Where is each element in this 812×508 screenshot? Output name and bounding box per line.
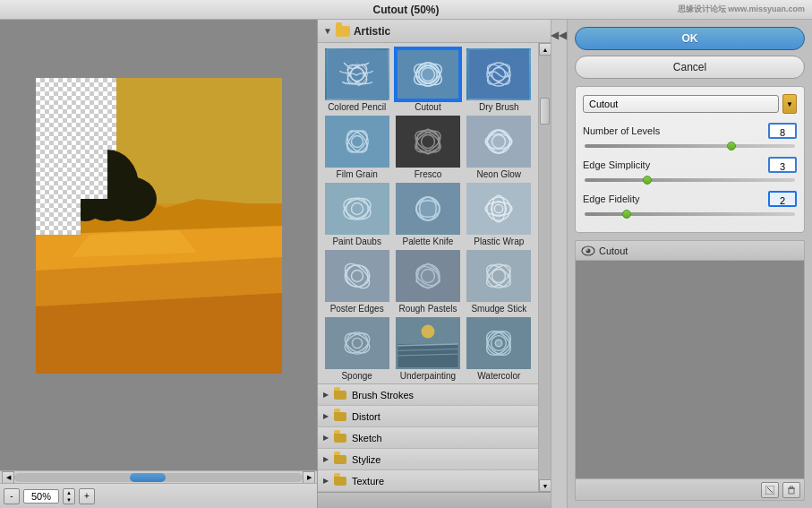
svg-rect-66 xyxy=(327,252,387,300)
tri-icon-texture: ▶ xyxy=(323,477,329,485)
add-icon xyxy=(765,486,774,495)
filter-item-watercolor[interactable]: Watercolor xyxy=(466,317,533,381)
category-row-stylize[interactable]: ▶ Stylize xyxy=(318,449,538,470)
slider-row-edge-simplicity[interactable] xyxy=(583,178,797,182)
param-label-edge-simplicity: Edge Simplicity xyxy=(583,159,768,170)
filter-thumb-palette-knife[interactable] xyxy=(396,183,460,235)
svg-point-97 xyxy=(585,248,590,253)
filter-thumb-colored-pencil[interactable] xyxy=(325,48,389,100)
filter-item-underpainting[interactable]: Underpainting xyxy=(394,317,461,381)
watermark: 思缘设计论坛 www.missyuan.com xyxy=(678,4,805,15)
filter-item-smudge-stick[interactable]: Smudge Stick xyxy=(466,250,533,314)
filter-item-fresco[interactable]: Fresco xyxy=(394,116,461,179)
filter-label-smudge-stick: Smudge Stick xyxy=(471,304,526,314)
svg-rect-60 xyxy=(469,185,529,233)
param-row-edge-fidelity: Edge Fidelity 2 xyxy=(583,191,797,207)
slider-track-levels[interactable] xyxy=(585,144,795,148)
slider-track-edge-fidelity[interactable] xyxy=(585,212,795,216)
layers-v-scrollbar[interactable] xyxy=(792,240,805,481)
layers-footer xyxy=(576,478,804,500)
filter-item-poster-edges[interactable]: Poster Edges xyxy=(323,250,390,314)
category-row-brush-strokes[interactable]: ▶ Brush Strokes xyxy=(318,384,538,406)
filter-thumb-watercolor[interactable] xyxy=(466,317,531,369)
filter-item-rough-pastels[interactable]: Rough Pastels xyxy=(394,250,461,314)
filter-label-underpainting: Underpainting xyxy=(400,371,456,381)
filter-grid: Colored Pencil xyxy=(318,43,538,383)
category-label-stylize: Stylize xyxy=(352,454,380,465)
horizontal-scrollbar[interactable]: ◀ ▶ xyxy=(0,470,317,483)
zoom-up[interactable]: ▲ xyxy=(64,489,74,496)
zoom-minus-btn[interactable]: - xyxy=(4,488,20,504)
v-scroll-down-btn[interactable]: ▼ xyxy=(539,479,551,492)
folder-icon-texture xyxy=(334,477,346,486)
filter-thumb-neon-glow[interactable] xyxy=(466,116,531,168)
zoom-spinner[interactable]: ▲ ▼ xyxy=(63,488,75,504)
ok-button[interactable]: OK xyxy=(575,27,805,50)
filter-item-palette-knife[interactable]: Palette Knife xyxy=(394,183,461,246)
v-scroll-thumb[interactable] xyxy=(540,98,550,125)
filter-thumb-rough-pastels[interactable] xyxy=(396,250,460,302)
filter-scroll-area: Colored Pencil xyxy=(318,43,551,492)
select-arrow[interactable]: ▼ xyxy=(782,94,797,114)
filter-item-neon-glow[interactable]: Neon Glow xyxy=(466,116,533,179)
folder-icon-sketch xyxy=(334,434,346,443)
filter-item-colored-pencil[interactable]: Colored Pencil xyxy=(323,48,390,112)
filter-thumb-underpainting[interactable] xyxy=(396,317,460,369)
slider-thumb-edge-fidelity[interactable] xyxy=(622,210,631,219)
slider-track-edge-simplicity[interactable] xyxy=(585,178,795,182)
slider-row-edge-fidelity[interactable] xyxy=(583,212,797,216)
h-scroll-thumb[interactable] xyxy=(130,473,166,482)
category-row-sketch[interactable]: ▶ Sketch xyxy=(318,427,538,449)
image-area xyxy=(0,20,317,470)
filter-thumb-plastic-wrap[interactable] xyxy=(466,183,531,235)
svg-rect-4 xyxy=(0,78,36,374)
filter-thumb-smudge-stick[interactable] xyxy=(466,250,531,302)
layers-header: Cutout xyxy=(576,241,804,261)
param-row-levels: Number of Levels 8 xyxy=(583,123,797,139)
category-label-sketch: Sketch xyxy=(352,433,382,443)
v-scroll-track[interactable] xyxy=(539,56,551,479)
filter-v-scrollbar[interactable]: ▲ ▼ xyxy=(538,43,551,492)
filter-label-fresco: Fresco xyxy=(415,169,442,179)
filter-category-header[interactable]: ▼ Artistic xyxy=(318,20,551,43)
delete-effect-btn[interactable] xyxy=(782,482,800,498)
h-scroll-track[interactable] xyxy=(14,473,303,482)
collapse-gallery-btn[interactable]: ◀◀ xyxy=(551,29,567,41)
svg-rect-42 xyxy=(397,117,457,166)
filter-thumb-fresco[interactable] xyxy=(396,116,460,168)
filter-item-plastic-wrap[interactable]: Plastic Wrap xyxy=(466,183,533,246)
filter-thumb-film-grain[interactable] xyxy=(325,116,389,168)
category-row-texture[interactable]: ▶ Texture xyxy=(318,470,538,492)
slider-thumb-levels[interactable] xyxy=(727,142,736,151)
filter-thumb-cutout[interactable] xyxy=(396,48,460,100)
filter-item-cutout[interactable]: Cutout xyxy=(394,48,461,112)
category-label-texture: Texture xyxy=(352,476,384,486)
v-scroll-up-btn[interactable]: ▲ xyxy=(539,43,551,56)
filter-item-dry-brush[interactable]: Dry Brush xyxy=(466,48,533,112)
zoom-plus-btn[interactable]: + xyxy=(79,488,95,504)
filter-thumb-dry-brush[interactable] xyxy=(466,48,531,100)
param-value-edge-simplicity[interactable]: 3 xyxy=(768,157,797,173)
slider-thumb-edge-simplicity[interactable] xyxy=(643,176,652,185)
add-effect-btn[interactable] xyxy=(761,482,779,498)
collapse-side[interactable]: ◀◀ xyxy=(551,20,568,508)
eye-icon xyxy=(581,245,595,256)
collapse-btn[interactable]: ▼ xyxy=(323,26,332,36)
filter-item-film-grain[interactable]: Film Grain xyxy=(323,116,390,179)
cancel-button[interactable]: Cancel xyxy=(575,56,805,79)
filter-name-select[interactable]: Cutout xyxy=(583,95,779,113)
param-label-edge-fidelity: Edge Fidelity xyxy=(583,194,768,204)
filter-thumb-poster-edges[interactable] xyxy=(325,250,389,302)
scroll-right-btn[interactable]: ▶ xyxy=(303,471,315,484)
filter-thumb-paint-daubs[interactable] xyxy=(325,183,389,235)
scroll-left-btn[interactable]: ◀ xyxy=(2,471,14,484)
zoom-value: 50% xyxy=(31,491,51,502)
slider-row-levels[interactable] xyxy=(583,144,797,148)
filter-item-sponge[interactable]: Sponge xyxy=(323,317,390,381)
zoom-down[interactable]: ▼ xyxy=(64,496,74,504)
filter-item-paint-daubs[interactable]: Paint Daubs xyxy=(323,183,390,246)
category-row-distort[interactable]: ▶ Distort xyxy=(318,406,538,427)
filter-grid-wrapper: Colored Pencil xyxy=(318,43,538,492)
param-value-levels[interactable]: 8 xyxy=(768,123,797,139)
filter-thumb-sponge[interactable] xyxy=(325,317,389,369)
